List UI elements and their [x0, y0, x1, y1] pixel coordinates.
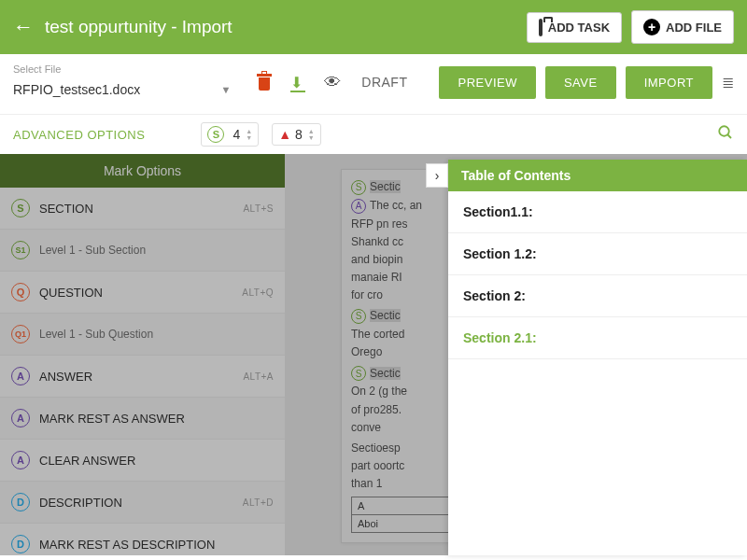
- preview-button[interactable]: PREVIEW: [439, 66, 535, 99]
- search-button[interactable]: [717, 124, 734, 146]
- add-task-button[interactable]: ADD TASK: [527, 12, 622, 43]
- selected-file-name: RFPIO_testsec1.docx: [13, 82, 140, 97]
- file-select-block: Select File RFPIO_testsec1.docx ▼: [13, 63, 231, 101]
- section-badge-icon: S: [207, 126, 224, 143]
- section-count: 4: [233, 127, 240, 142]
- svg-point-0: [719, 126, 729, 136]
- counters: S 4 ▲▼ ▲ 8 ▲▼: [201, 122, 320, 147]
- stepper-arrows-icon: ▲▼: [308, 128, 315, 141]
- warning-count-stepper[interactable]: ▲ 8 ▲▼: [272, 123, 321, 146]
- advanced-row: ADVANCED OPTIONS S 4 ▲▼ ▲ 8 ▲▼: [0, 114, 747, 154]
- add-file-button[interactable]: + ADD FILE: [631, 10, 734, 44]
- download-icon: ⬇: [290, 73, 305, 92]
- file-toolbar: Select File RFPIO_testsec1.docx ▼ ⬇ 👁 DR…: [0, 54, 747, 114]
- chevron-right-icon: ›: [435, 168, 440, 183]
- dropdown-caret-icon: ▼: [220, 84, 231, 95]
- toc-item[interactable]: Section 1.2:: [448, 233, 747, 275]
- status-label: DRAFT: [361, 75, 407, 90]
- select-file-label: Select File: [13, 63, 231, 75]
- main-area: Mark Options SSECTIONALT+SS1Level 1 - Su…: [0, 154, 747, 555]
- toc-collapse-button[interactable]: ›: [426, 163, 448, 188]
- svg-line-1: [727, 134, 731, 138]
- file-select[interactable]: RFPIO_testsec1.docx ▼: [13, 78, 231, 101]
- toc-item[interactable]: Section1.1:: [448, 191, 747, 233]
- section-count-stepper[interactable]: S 4 ▲▼: [201, 122, 259, 147]
- toc-header: Table of Contents: [448, 160, 747, 191]
- toc-item[interactable]: Section 2:: [448, 275, 747, 317]
- download-button[interactable]: ⬇: [290, 73, 305, 92]
- back-arrow-icon[interactable]: ←: [13, 15, 34, 39]
- add-file-label: ADD FILE: [666, 21, 722, 35]
- page-title: test oppurtunity - Import: [45, 17, 517, 37]
- eye-icon: 👁: [324, 73, 341, 92]
- toc-panel: › Table of Contents Section1.1:Section 1…: [448, 160, 747, 555]
- topbar: ← test oppurtunity - Import ADD TASK + A…: [0, 0, 747, 54]
- advanced-options-link[interactable]: ADVANCED OPTIONS: [13, 128, 145, 142]
- stepper-arrows-icon: ▲▼: [246, 128, 252, 141]
- clipboard-icon: [539, 21, 543, 35]
- trash-icon: [257, 74, 272, 91]
- preview-eye-button[interactable]: 👁: [324, 73, 341, 92]
- warning-icon: ▲: [278, 127, 291, 142]
- import-button[interactable]: IMPORT: [626, 66, 712, 99]
- plus-icon: +: [643, 19, 660, 35]
- delete-button[interactable]: [257, 74, 272, 91]
- save-button[interactable]: SAVE: [545, 66, 616, 99]
- expand-collapse-icon[interactable]: ≣: [722, 74, 734, 91]
- warning-count: 8: [295, 127, 303, 142]
- toc-item[interactable]: Section 2.1:: [448, 317, 747, 359]
- add-task-label: ADD TASK: [548, 21, 610, 35]
- search-icon: [717, 124, 734, 141]
